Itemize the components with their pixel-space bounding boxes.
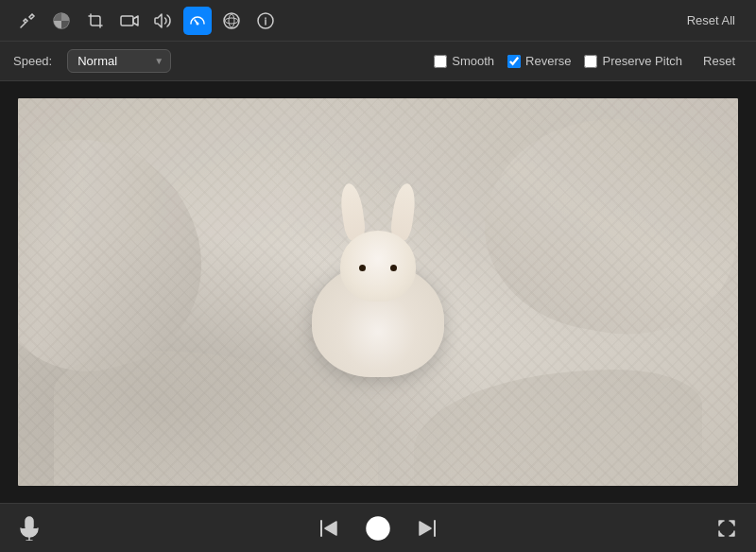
svg-point-5: [225, 18, 238, 24]
svg-point-4: [229, 14, 234, 27]
speed-icon[interactable]: [183, 7, 212, 35]
microphone-button[interactable]: [15, 512, 43, 544]
preserve-pitch-checkbox[interactable]: [584, 55, 597, 68]
reset-all-button[interactable]: Reset All: [679, 9, 743, 31]
speed-label: Speed:: [13, 54, 52, 68]
reverse-checkbox-label[interactable]: Reverse: [507, 54, 571, 68]
play-button[interactable]: [362, 512, 394, 544]
skip-forward-button[interactable]: [413, 514, 441, 543]
preserve-pitch-checkbox-label[interactable]: Preserve Pitch: [584, 54, 682, 68]
preserve-pitch-label: Preserve Pitch: [602, 54, 682, 68]
controls-bar: Speed: Normal Custom Slow Fast Faster ▼ …: [0, 42, 756, 81]
effects-icon[interactable]: [217, 7, 246, 35]
speed-select-wrapper: Normal Custom Slow Fast Faster ▼: [67, 49, 171, 73]
speed-select[interactable]: Normal Custom Slow Fast Faster: [67, 49, 171, 73]
reset-button[interactable]: Reset: [696, 50, 743, 72]
video-frame: [18, 98, 738, 486]
playback-bar: [0, 503, 756, 552]
svg-point-3: [224, 13, 239, 28]
skip-back-button[interactable]: [315, 514, 343, 543]
playback-left: [15, 512, 43, 544]
reverse-label: Reverse: [525, 54, 571, 68]
controls-right: Smooth Reverse Preserve Pitch Reset: [434, 50, 743, 72]
svg-point-2: [197, 22, 199, 25]
audio-icon[interactable]: [149, 7, 178, 35]
video-area: [0, 81, 756, 503]
toolbar-icons: [13, 7, 280, 35]
svg-rect-7: [26, 517, 33, 530]
crop-icon[interactable]: [81, 7, 110, 35]
smooth-label: Smooth: [452, 54, 494, 68]
reverse-checkbox[interactable]: [507, 55, 521, 68]
svg-rect-1: [121, 16, 133, 26]
bunny-head: [340, 231, 416, 302]
smooth-checkbox-label[interactable]: Smooth: [434, 54, 494, 68]
color-wheel-icon[interactable]: [47, 7, 76, 35]
info-icon[interactable]: [251, 7, 280, 35]
transform-icon[interactable]: [13, 7, 42, 35]
bunny-scene: [18, 98, 738, 486]
toolbar: Reset All: [0, 0, 756, 42]
video-icon[interactable]: [115, 7, 144, 35]
playback-controls: [315, 512, 441, 544]
smooth-checkbox[interactable]: [434, 55, 447, 68]
playback-right: [713, 514, 741, 543]
fullscreen-button[interactable]: [713, 514, 741, 543]
